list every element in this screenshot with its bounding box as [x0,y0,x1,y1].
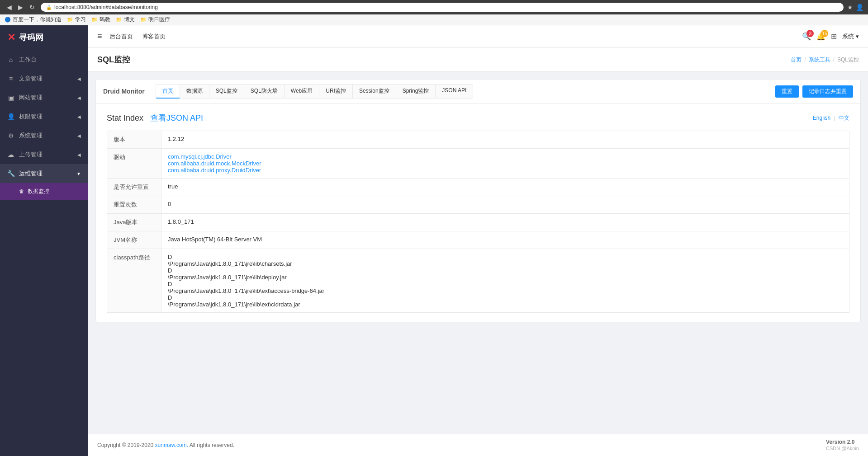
bookmark-baidu[interactable]: 🔵 百度一下，你就知道 [5,16,62,24]
classpath-d4: D [168,294,843,301]
notification-button[interactable]: 🔔 15 [816,32,825,41]
reset-button[interactable]: 重置 [775,85,799,98]
sidebar-subitem-db-monitor[interactable]: ♛ 数据监控 [0,183,88,200]
url-bar[interactable]: 🔒 localhost:8080/admin#database/monitori… [41,3,844,12]
sidebar-item-upload-label: 上传管理 [19,150,43,159]
driver-value-3: com.alibaba.druid.proxy.DruidDriver [168,167,843,174]
sidebar-item-dashboard[interactable]: ⌂ 工作台 [0,50,88,69]
articles-arrow-icon: ◀ [77,76,81,81]
table-cell-java-version-value: 1.8.0_171 [161,214,849,231]
table-cell-allow-reset-value: true [161,179,849,196]
db-monitor-icon: ♛ [19,188,24,195]
table-cell-java-version-label: Java版本 [107,214,161,231]
stat-table: 版本 1.2.12 驱动 com.mysql.cj.jdbc.Driver co… [107,131,849,313]
table-row-reset-count: 重置次数 0 [107,196,849,214]
druid-tab-sql-monitor[interactable]: SQL监控 [209,84,244,99]
system-menu-label: 系统 ▾ [842,33,859,41]
sidebar-menu: ⌂ 工作台 ≡ 文章管理 ◀ ▣ 网站管理 ◀ 👤 权限管理 ◀ ⚙ 系统管理 [0,50,88,456]
grid-button[interactable]: ⊞ [831,32,837,41]
sidebar-item-articles[interactable]: ≡ 文章管理 ◀ [0,69,88,88]
stat-content: Stat Index 查看JSON API English | 中文 [96,103,860,322]
forward-button[interactable]: ▶ [16,3,25,12]
sidebar-item-website-label: 网站管理 [19,94,43,102]
sidebar-item-ops-label: 运维管理 [19,169,43,178]
druid-tab-home[interactable]: 首页 [156,84,180,99]
druid-tab-spring-monitor[interactable]: Spring监控 [396,84,436,99]
sidebar-item-permissions-label: 权限管理 [19,113,43,121]
druid-tab-web-app[interactable]: Web应用 [284,84,319,99]
profile-icon[interactable]: 👤 [856,4,863,11]
table-row-allow-reset: 是否允许重置 true [107,179,849,196]
log-reset-button[interactable]: 记录日志并重置 [802,85,853,98]
footer-rights: All rights reserved. [190,442,234,448]
druid-tab-session-monitor[interactable]: Session监控 [352,84,396,99]
breadcrumb-current: SQL监控 [837,56,859,64]
search-button[interactable]: 🔍 3 [802,32,811,41]
table-row-driver: 驱动 com.mysql.cj.jdbc.Driver com.alibaba.… [107,149,849,179]
breadcrumb-system-tools[interactable]: 系统工具 [809,56,830,64]
druid-tab-datasource[interactable]: 数据源 [180,84,209,99]
druid-tabs: 首页 数据源 SQL监控 SQL防火墙 Web应用 [156,84,474,99]
druid-tab-uri-monitor[interactable]: URI监控 [319,84,352,99]
footer-right: Version 2.0 CSDN @Aknin [826,439,859,451]
bookmark-maTutorial-label: 码教 [100,16,110,24]
table-cell-version-value: 1.2.12 [161,131,849,149]
page-header: SQL监控 首页 / 系统工具 / SQL监控 [88,48,868,72]
sidebar-item-upload[interactable]: ☁ 上传管理 ◀ [0,145,88,164]
permissions-icon: 👤 [7,113,14,120]
browser-chrome: ◀ ▶ ↻ 🔒 localhost:8080/admin#database/mo… [0,0,868,14]
sidebar-subitem-db-monitor-label: 数据监控 [28,188,49,195]
breadcrumb-home[interactable]: 首页 [791,56,802,64]
footer: Copyright © 2019-2020 xunmaw.com. All ri… [88,434,868,456]
bookmark-baidu-label: 百度一下，你就知道 [13,16,62,24]
logo-icon: ✕ [7,32,15,43]
classpath-d1: D [168,254,843,260]
classpath-v1: \Programs\Java\jdk1.8.0_171\jre\lib\char… [168,260,843,267]
sidebar-item-system-label: 系统管理 [19,132,43,140]
footer-site-link[interactable]: xunmaw.com. [155,442,188,448]
extensions-icon[interactable]: ★ [847,4,853,11]
sidebar-item-dashboard-label: 工作台 [19,56,37,64]
druid-tab-json-api[interactable]: JSON API [435,84,473,99]
lang-english-link[interactable]: English [813,115,830,121]
druid-tab-sql-firewall[interactable]: SQL防火墙 [244,84,284,99]
breadcrumb-sep-2: / [833,56,835,63]
druid-header: Druid Monitor 首页 数据源 SQL监控 SQL防火墙 [96,80,860,103]
topbar-nav-home[interactable]: 后台首页 [109,31,133,42]
articles-icon: ≡ [7,75,14,82]
classpath-v2: \Programs\Java\jdk1.8.0_171\jre\lib\depl… [168,274,843,281]
sidebar-toggle-button[interactable]: ≡ [97,32,102,41]
footer-copyright: Copyright © 2019-2020 xunmaw.com. All ri… [97,442,234,448]
bookmark-medical-label: 明日医疗 [148,16,170,24]
druid-tab-uri-monitor-label: URI监控 [326,88,346,94]
sidebar-item-permissions[interactable]: 👤 权限管理 ◀ [0,107,88,126]
druid-tab-session-monitor-label: Session监控 [359,88,389,94]
druid-tab-spring-monitor-label: Spring监控 [403,88,429,94]
sidebar-item-website[interactable]: ▣ 网站管理 ◀ [0,88,88,107]
sidebar-item-ops[interactable]: 🔧 运维管理 ▼ [0,164,88,183]
sidebar-item-system[interactable]: ⚙ 系统管理 ◀ [0,126,88,145]
table-row-version: 版本 1.2.12 [107,131,849,149]
stat-heading: Stat Index 查看JSON API [107,113,203,123]
topbar-right: 🔍 3 🔔 15 ⊞ 系统 ▾ [802,32,859,41]
bookmark-bowen[interactable]: 📁 博文 [116,16,135,24]
druid-tab-sql-firewall-label: SQL防火墙 [251,88,278,94]
bookmark-maTutorial[interactable]: 📁 码教 [91,16,110,24]
bookmark-study[interactable]: 📁 学习 [67,16,86,24]
table-row-classpath: classpath路径 D \Programs\Java\jdk1.8.0_17… [107,249,849,313]
refresh-button[interactable]: ↻ [27,3,37,12]
bookmark-study-label: 学习 [75,16,86,24]
url-lock-icon: 🔒 [46,5,52,10]
bookmark-medical[interactable]: 📁 明日医疗 [140,16,170,24]
lang-chinese-link[interactable]: 中文 [839,115,849,121]
stat-json-api-link[interactable]: 查看JSON API [150,113,203,122]
lang-switch: English | 中文 [813,114,849,122]
dashboard-icon: ⌂ [7,56,14,63]
upload-arrow-icon: ◀ [77,152,81,157]
upload-icon: ☁ [7,151,14,158]
topbar-nav-blog[interactable]: 博客首页 [142,31,166,42]
system-menu-button[interactable]: 系统 ▾ [842,33,859,41]
back-button[interactable]: ◀ [5,3,14,12]
browser-action-icons: ★ 👤 [847,4,863,11]
bookmark-bowen-label: 博文 [124,16,135,24]
